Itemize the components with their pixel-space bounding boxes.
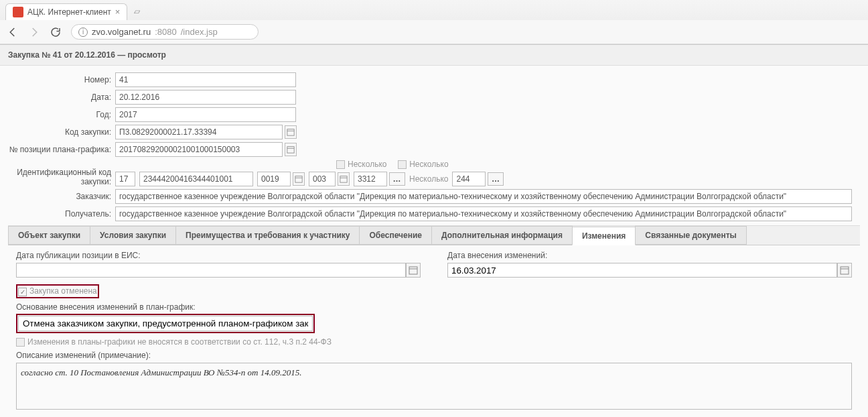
url-box[interactable]: i zvo.volganet.ru:8080/index.jsp: [71, 24, 259, 40]
code-label: Код закупки:: [8, 127, 115, 137]
close-icon[interactable]: ×: [115, 7, 121, 17]
address-bar: i zvo.volganet.ru:8080/index.jsp: [0, 20, 868, 44]
tab-object[interactable]: Объект закупки: [8, 226, 90, 245]
forward-icon[interactable]: [28, 26, 40, 38]
browser-chrome: АЦК. Интернет-клиент × ▱ i zvo.volganet.…: [0, 0, 868, 45]
back-icon[interactable]: [7, 26, 19, 38]
several-label-1: Несколько: [348, 160, 386, 169]
tabs: Объект закупки Условия закупки Преимущес…: [8, 225, 860, 245]
calendar-icon[interactable]: [837, 263, 852, 278]
pub-date-label: Дата публикации позиции в ЕИС:: [16, 251, 421, 260]
url-path: /index.jsp: [181, 27, 218, 37]
desc-value: согласно ст. 10 Постановления Администра…: [21, 367, 301, 377]
page-title: Закупка № 41 от 20.12.2016 — просмотр: [0, 45, 868, 66]
basis-label: Основание внесения изменений в план-граф…: [16, 302, 852, 312]
code-input[interactable]: [115, 125, 283, 139]
several-checkbox-2: [398, 160, 407, 169]
svg-rect-2: [287, 147, 294, 153]
recipient-input[interactable]: [115, 206, 852, 221]
site-info-icon[interactable]: i: [78, 27, 88, 37]
desc-label: Описание изменений (примечание):: [16, 351, 852, 360]
several-label-2: Несколько: [409, 160, 448, 169]
calendar-icon[interactable]: [285, 125, 297, 139]
tab-conditions[interactable]: Условия закупки: [90, 226, 176, 245]
plan-pos-input[interactable]: [115, 142, 283, 157]
svg-rect-8: [409, 267, 417, 274]
page-content: Закупка № 41 от 20.12.2016 — просмотр Но…: [0, 45, 868, 417]
changes-panel: Дата публикации позиции в ЕИС: Дата внес…: [8, 245, 860, 415]
idcode-p4[interactable]: [309, 172, 336, 186]
pick-button[interactable]: …: [488, 172, 504, 186]
calendar-icon[interactable]: [293, 172, 305, 186]
tab-changes[interactable]: Изменения: [572, 227, 636, 245]
desc-textarea[interactable]: согласно ст. 10 Постановления Администра…: [16, 363, 852, 410]
cancel-label: Закупка отменена: [29, 286, 97, 296]
year-input[interactable]: [115, 107, 296, 122]
url-port: :8080: [155, 27, 177, 37]
tab-bar: АЦК. Интернет-клиент × ▱: [0, 0, 868, 20]
customer-input[interactable]: [115, 189, 852, 204]
tab-security[interactable]: Обеспечение: [359, 226, 432, 245]
idcode-p1[interactable]: [115, 172, 135, 186]
idcode-p2[interactable]: [139, 172, 253, 186]
basis-highlight: [16, 314, 315, 333]
tab-title: АЦК. Интернет-клиент: [27, 7, 111, 17]
date-input[interactable]: [115, 90, 296, 105]
no-changes-checkbox: [16, 338, 25, 347]
svg-rect-0: [287, 129, 294, 135]
idcode-p5[interactable]: [354, 172, 387, 186]
form: Номер: Дата: Год: Код закупки: № позиции…: [0, 66, 868, 417]
reload-icon[interactable]: [50, 26, 62, 38]
pick-button[interactable]: …: [389, 172, 405, 186]
year-label: Год:: [8, 110, 115, 119]
several-checkbox-1: [336, 160, 345, 169]
idcode-label: Идентификационный код закупки:: [8, 168, 115, 187]
change-date-label: Дата внесения изменений:: [447, 251, 852, 260]
several-inline-1: Несколько: [409, 174, 448, 184]
cancel-highlight: ✓Закупка отменена: [16, 284, 99, 298]
tab-requirements[interactable]: Преимущества и требования к участнику: [175, 226, 360, 245]
basis-input[interactable]: [18, 316, 313, 331]
new-tab-button[interactable]: ▱: [130, 5, 143, 17]
favicon-icon: [13, 7, 23, 17]
browser-tab[interactable]: АЦК. Интернет-клиент ×: [5, 3, 127, 20]
calendar-icon[interactable]: [338, 172, 350, 186]
calendar-icon[interactable]: [285, 143, 297, 156]
tab-related[interactable]: Связанные документы: [635, 226, 747, 245]
recipient-label: Получатель:: [8, 209, 115, 219]
svg-rect-10: [841, 267, 849, 274]
idcode-p3[interactable]: [257, 172, 291, 186]
tab-additional[interactable]: Дополнительная информация: [431, 226, 573, 245]
plan-pos-label: № позиции плана-графика:: [8, 145, 115, 154]
svg-rect-4: [295, 176, 302, 182]
pub-date-input[interactable]: [16, 263, 406, 278]
no-changes-label: Изменения в планы-графики не вносятся в …: [27, 337, 332, 347]
number-input[interactable]: [115, 72, 296, 87]
svg-rect-6: [340, 176, 347, 182]
calendar-icon[interactable]: [406, 263, 421, 278]
idcode-group: Несколько Несколько … Несколько …: [115, 160, 504, 186]
change-date-input[interactable]: [447, 263, 837, 278]
number-label: Номер:: [8, 75, 115, 84]
idcode-p6[interactable]: [452, 172, 486, 186]
date-label: Дата:: [8, 93, 115, 102]
cancel-checkbox: ✓: [18, 288, 27, 296]
url-host: zvo.volganet.ru: [92, 27, 151, 37]
customer-label: Заказчик:: [8, 192, 115, 201]
